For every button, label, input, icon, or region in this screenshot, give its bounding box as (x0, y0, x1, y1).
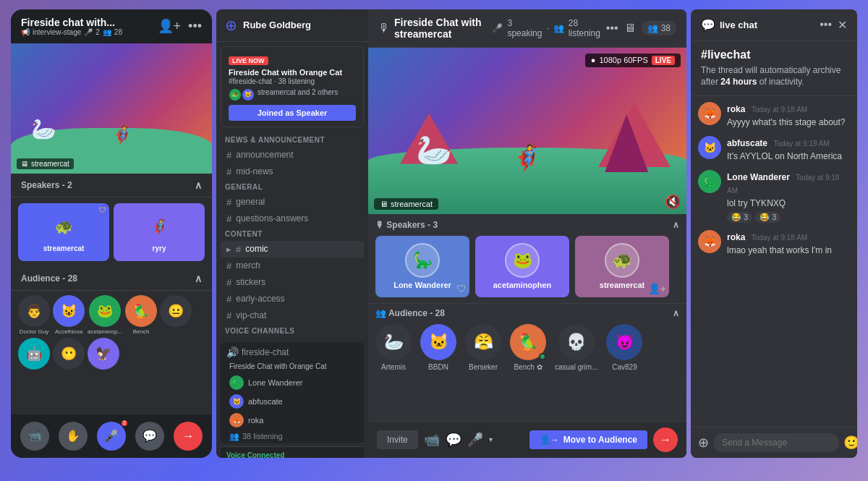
hash-icon: # (226, 294, 231, 305)
channel-vip-chat[interactable]: # vip-chat (221, 307, 364, 324)
leave-button[interactable]: → (174, 422, 203, 451)
speaker-avatar-lone-wanderer: 🦕 (405, 243, 440, 278)
discord-logo-icon: ⊕ (225, 17, 237, 34)
chat-content-1: roka Today at 9:18 AM Ayyyy what's this … (727, 102, 850, 129)
speakers-collapse-icon[interactable]: ∧ (673, 220, 679, 230)
stage-actions: ••• 🖥 👥 38 (606, 21, 676, 35)
chat-button[interactable]: 💬 (135, 422, 164, 451)
chat-username-4: roka (727, 232, 745, 242)
livechat-close-icon[interactable]: ✕ (838, 18, 847, 32)
hash-icon: # (226, 150, 231, 161)
audience-member-5: 😐 (160, 295, 192, 335)
mobile-controls: 📹 ✋ 🎤 2 💬 → (11, 414, 212, 458)
speakers-section-header: 🎙 Speakers - 3 ∧ (375, 220, 679, 230)
speaker-card-lone-wanderer[interactable]: 🦕 Lone Wanderer 🛡 (375, 236, 469, 297)
mobile-stage: 🦢 🦸 🖥 streamercat (11, 43, 212, 174)
speaker-name-1: streamercat (43, 244, 85, 252)
monitor-icon: 🖥 (380, 200, 388, 208)
add-member-icon[interactable]: 👤+ (158, 18, 182, 34)
audience-name-4: Bench (133, 328, 150, 335)
mic-icon[interactable]: 🎤 (467, 432, 483, 448)
audience-avatar-artemis: 🦢 (375, 324, 412, 360)
audience-name-bbdn: BBDN (428, 363, 448, 371)
mobile-speaker-card-1[interactable]: 🛡 🐢 streamercat (18, 203, 109, 261)
hash-icon: # (226, 310, 231, 321)
channel-mid-news[interactable]: # mid-news (221, 163, 364, 180)
chat-text-3: lol try TYKNXQ (727, 197, 850, 210)
channel-announcement[interactable]: # announcement (221, 147, 364, 163)
live-others-text: streamercat and 2 others (258, 88, 338, 101)
voice-avatar-3: 🦊 (229, 413, 244, 427)
chat-avatar-roka-2: 🦊 (698, 230, 721, 253)
reaction-laugh-2[interactable]: 😂 3 (755, 212, 780, 223)
speaker-card-streamercat[interactable]: 🐢 streamercat 👤+ (575, 236, 669, 297)
add-attachment-icon[interactable]: ⊕ (698, 435, 709, 451)
chat-avatar-roka-1: 🦊 (698, 102, 721, 125)
channel-merch[interactable]: # merch (221, 257, 364, 274)
mobile-speakers-header: Speakers - 2 ∧ (11, 174, 212, 197)
more-options-icon[interactable]: ••• (606, 22, 618, 35)
mobile-stage-label: 🖥 streamercat (17, 158, 74, 169)
speaker-name-2: ryry (153, 244, 166, 252)
chat-content-2: abfuscate Today at 9:19 AM It's AYYLOL o… (727, 136, 850, 163)
audience-chevron-icon[interactable]: ∧ (195, 273, 202, 284)
speaker-avatar-1: 🐢 (48, 211, 79, 242)
livechat-thread-title: #livechat (701, 48, 847, 61)
audience-member-1: 👨 Doctor Guy (18, 295, 50, 335)
mic-chevron-icon[interactable]: ▾ (489, 435, 493, 443)
emoji-picker-icon[interactable]: 🙂 (843, 435, 857, 451)
livechat-thread-desc: The thread will automatically archive af… (701, 64, 847, 89)
category-news: NEWS & ANNOUNCEMENT (221, 133, 364, 147)
mute-button[interactable]: 🎤 2 (97, 422, 126, 451)
more-options-icon[interactable]: ••• (188, 19, 202, 34)
speakers-chevron-icon[interactable]: ∧ (195, 179, 202, 191)
live-channel-info: #fireside-chat · 38 listening (229, 77, 356, 85)
stage-speaking-label: 3 speaking (507, 18, 542, 38)
audience-collapse-icon[interactable]: ∧ (673, 308, 679, 318)
video-mute-icon[interactable]: 🔇 (665, 194, 681, 210)
main-content: 🎙 Fireside Chat with streamercat 🎤 3 spe… (368, 9, 686, 458)
audience-avatar-3: 🐸 (89, 295, 121, 327)
chat-message-input[interactable] (713, 433, 839, 452)
voice-member-2: 🐱 abfuscate (221, 392, 364, 411)
move-to-audience-button[interactable]: 👤→ Move to Audience (529, 430, 647, 449)
speaker-name-lone-wanderer: Lone Wanderer (393, 281, 451, 289)
hash-icon: # (226, 166, 231, 177)
audience-avatar-bbdn: 🐱 (420, 324, 456, 360)
channel-general[interactable]: # general (221, 194, 364, 210)
voice-member-3: 🦊 roka (221, 411, 364, 430)
hand-raise-button[interactable]: ✋ (59, 422, 88, 451)
audience-member-3: 🐸 acetaminop... (88, 295, 122, 335)
hash-icon: # (226, 213, 231, 224)
live-avatar-2: 🐱 (242, 88, 255, 101)
leave-stage-button[interactable]: → (653, 427, 678, 452)
video-toggle-icon[interactable]: 📹 (424, 432, 440, 448)
monitor-icon[interactable]: 🖥 (624, 22, 636, 35)
chat-icon[interactable]: 💬 (446, 432, 461, 448)
audience-member-2: 😺 AccelNova (53, 295, 85, 335)
channel-qa[interactable]: # questions-answers (221, 210, 364, 227)
channel-stickers[interactable]: # stickers (221, 274, 364, 291)
member-count-badge: 👥 38 (642, 21, 676, 35)
quality-icon: ● (591, 56, 596, 64)
audience-avatar-2: 😺 (53, 295, 85, 327)
mobile-character-1: 🦢 (31, 117, 56, 141)
channel-comic[interactable]: ▸ # comic (221, 241, 364, 257)
reaction-laugh-1[interactable]: 😂 3 (727, 212, 752, 223)
livechat-messages: 🦊 roka Today at 9:18 AM Ayyyy what's thi… (691, 96, 857, 426)
livechat-thread-info: #livechat The thread will automatically … (691, 41, 857, 97)
invite-button[interactable]: Invite (377, 430, 418, 449)
mobile-speaker-card-2[interactable]: 🦸 ryry (114, 203, 205, 261)
speakers-section: 🎙 Speakers - 3 ∧ 🦕 Lone Wanderer 🛡 🐸 ace… (368, 214, 686, 304)
mobile-header-right: 👤+ ••• (158, 18, 202, 34)
voice-avatar-2: 🐱 (229, 394, 244, 409)
channel-early-access[interactable]: # early-access (221, 291, 364, 307)
bottom-bar: Invite 📹 💬 🎤 ▾ 👤→ Move to Audience → (368, 421, 686, 458)
listening-count: 👥 38 listening (221, 430, 364, 443)
livechat-more-icon[interactable]: ••• (820, 18, 832, 32)
join-speaker-button[interactable]: Joined as Speaker (229, 105, 356, 121)
speaker-card-acetaminophen[interactable]: 🐸 acetaminophen (475, 236, 569, 297)
sidebar: ⊕ Rube Goldberg LIVE NOW Fireside Chat w… (216, 9, 368, 458)
mobile-audience-header: Audience - 28 ∧ (11, 267, 212, 291)
video-toggle-button[interactable]: 📹 (20, 422, 49, 451)
